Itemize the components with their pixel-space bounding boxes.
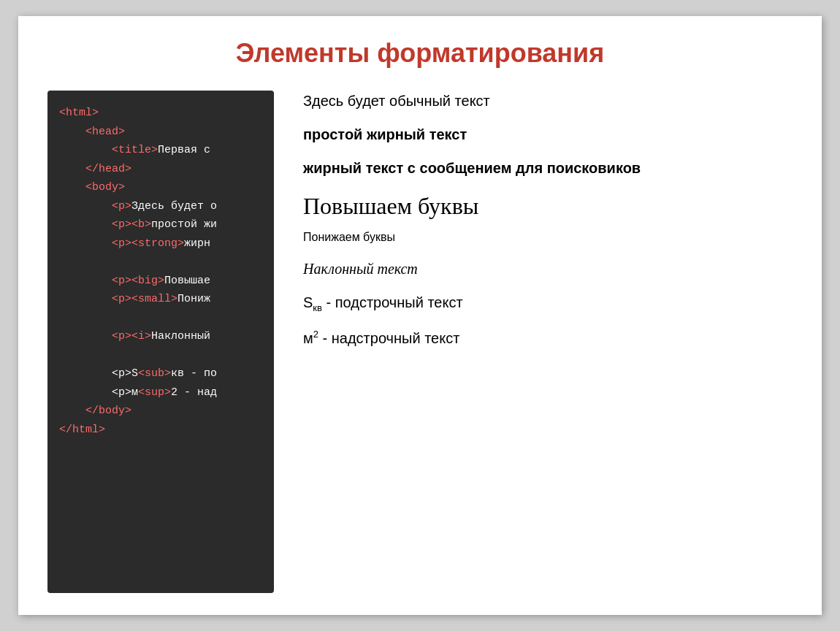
- slide-title: Элементы форматирования: [47, 38, 793, 69]
- code-line: </head>: [59, 160, 262, 179]
- slide-body: <html> <head> <title>Первая с </head> <b…: [47, 91, 793, 593]
- result-sup: м2 - надстрочный текст: [303, 328, 793, 348]
- code-text: 2 - над: [171, 386, 217, 399]
- spacer: [303, 286, 793, 292]
- code-text: Повышае: [164, 275, 210, 287]
- tag: <p>: [112, 200, 131, 213]
- tag: <body>: [85, 181, 125, 194]
- result-strong: жирный текст с сообщением для поисковико…: [303, 158, 793, 178]
- code-line: <p>м<sup>2 - над: [59, 383, 262, 402]
- slide: Элементы форматирования <html> <head> <t…: [18, 16, 822, 615]
- code-line: [59, 309, 262, 328]
- code-line: <head>: [59, 123, 262, 142]
- tag: <sup>: [138, 386, 171, 399]
- result-big-text: Повышаем буквы: [303, 193, 478, 219]
- code-line: <p><b>простой жи: [59, 215, 262, 234]
- tag: <p><strong>: [112, 237, 184, 250]
- code-text: кв - по: [171, 367, 217, 380]
- code-line: <p>S<sub>кв - по: [59, 364, 262, 383]
- code-line: <title>Первая с: [59, 141, 262, 160]
- result-big: Повышаем буквы: [303, 191, 793, 222]
- spacer: [303, 152, 793, 158]
- result-bold-text: простой жирный текст: [303, 126, 467, 142]
- result-italic: Наклонный текст: [303, 259, 793, 279]
- spacer: [303, 186, 793, 191]
- code-text: <p>м: [112, 386, 138, 399]
- code-line: <p>Здесь будет о: [59, 197, 262, 216]
- tag: <p><small>: [112, 293, 177, 305]
- code-text: простой жи: [151, 218, 217, 231]
- spacer: [303, 322, 793, 328]
- code-line: <p><strong>жирн: [59, 234, 262, 253]
- tag: <p><b>: [112, 218, 151, 231]
- code-text: Наклонный: [151, 330, 210, 343]
- superscript: 2: [313, 329, 318, 340]
- code-text: Первая с: [158, 144, 210, 156]
- result-small: Понижаем буквы: [303, 229, 793, 245]
- code-panel: <html> <head> <title>Первая с </head> <b…: [47, 91, 274, 593]
- code-line: [59, 346, 262, 365]
- code-line: [59, 253, 262, 272]
- code-text: <p>S: [112, 367, 138, 380]
- result-normal: Здесь будет обычный текст: [303, 91, 793, 111]
- code-text: Здесь будет о: [131, 200, 217, 213]
- tag: </head>: [85, 163, 131, 175]
- tag: </html>: [59, 424, 105, 436]
- result-sub: Sкв - подстрочный текст: [303, 292, 793, 315]
- result-sup-text: м2 - надстрочный текст: [303, 330, 459, 346]
- code-text: жирн: [184, 237, 210, 250]
- code-line: <p><big>Повышае: [59, 272, 262, 291]
- tag: </body>: [85, 405, 131, 417]
- result-small-text: Понижаем буквы: [303, 231, 395, 243]
- result-normal-text: Здесь будет обычный текст: [303, 93, 490, 109]
- tag: <head>: [85, 126, 125, 138]
- tag: <title>: [112, 144, 158, 156]
- result-panel: Здесь будет обычный текст простой жирный…: [296, 91, 793, 593]
- code-line: <html>: [59, 104, 262, 123]
- code-text: Пониж: [177, 293, 210, 305]
- tag: <sub>: [138, 367, 171, 380]
- tag: <p><i>: [112, 330, 151, 343]
- code-line: <p><small>Пониж: [59, 290, 262, 309]
- result-strong-text: жирный текст с сообщением для поисковико…: [303, 160, 641, 176]
- code-line: </html>: [59, 421, 262, 440]
- code-line: <body>: [59, 178, 262, 197]
- code-line: <p><i>Наклонный: [59, 327, 262, 346]
- code-line: </body>: [59, 402, 262, 421]
- tag: <p><big>: [112, 275, 164, 287]
- subscript: кв: [313, 302, 322, 313]
- spacer: [303, 118, 793, 124]
- tag: <html>: [59, 107, 99, 119]
- spacer: [303, 253, 793, 259]
- result-sub-text: Sкв - подстрочный текст: [303, 294, 463, 310]
- result-italic-text: Наклонный текст: [303, 261, 418, 277]
- result-bold: простой жирный текст: [303, 124, 793, 145]
